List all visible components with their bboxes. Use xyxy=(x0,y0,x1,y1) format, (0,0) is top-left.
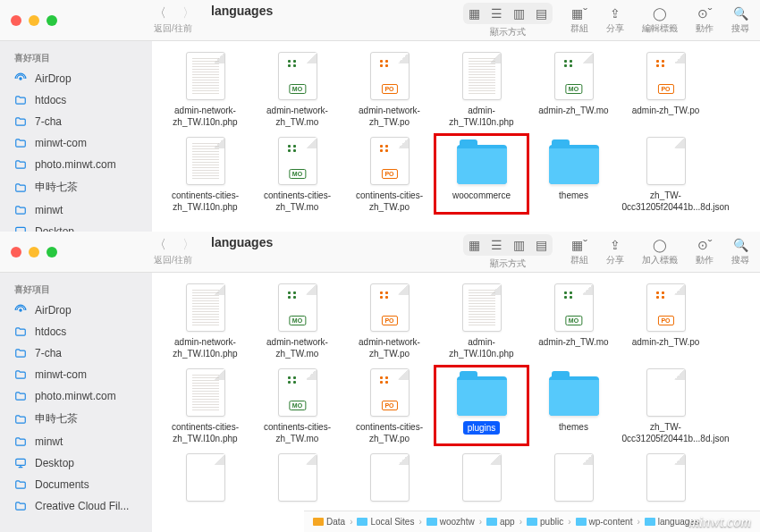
file-item[interactable]: MO admin-network-zh_TW.mo xyxy=(251,50,343,128)
file-item[interactable]: themes xyxy=(528,367,620,444)
tags-icon[interactable]: ◯ xyxy=(653,238,667,252)
folder-icon xyxy=(14,325,28,338)
actions-icon[interactable]: ⊙ˇ xyxy=(697,238,713,252)
search-icon[interactable]: 🔍 xyxy=(733,6,748,21)
sidebar-item-airdrop[interactable]: AirDrop xyxy=(5,68,147,89)
actions-icon[interactable]: ⊙ˇ xyxy=(697,6,713,21)
sidebar-item-label: 7-cha xyxy=(35,347,62,359)
share-label: 分享 xyxy=(606,254,624,266)
zoom-button[interactable] xyxy=(46,15,57,26)
back-button[interactable]: 〈 xyxy=(154,237,166,253)
file-item[interactable]: PO admin-zh_TW.po xyxy=(620,282,712,359)
file-label: admin-network-zh_TW.l10n.php xyxy=(162,336,249,359)
file-icon: PO xyxy=(370,283,410,332)
sidebar-item-desktop[interactable]: Desktop xyxy=(5,452,147,474)
file-item[interactable]: MO admin-zh_TW.mo xyxy=(528,282,620,359)
file-item[interactable] xyxy=(343,452,435,506)
view-switcher[interactable]: ▦ ☰ ▥ ▤ xyxy=(463,234,553,256)
file-item[interactable]: admin-network-zh_TW.l10n.php xyxy=(159,282,251,359)
file-item[interactable]: PO admin-zh_TW.po xyxy=(620,50,712,128)
path-segment[interactable]: public xyxy=(527,517,563,527)
path-segment[interactable]: woozhtw xyxy=(426,517,475,527)
path-segment[interactable]: Local Sites xyxy=(357,517,414,527)
file-item[interactable]: woocommerce xyxy=(435,135,528,213)
file-item[interactable]: zh_TW-0cc31205f20441b...8d.json xyxy=(620,367,712,444)
folder-icon xyxy=(357,518,367,526)
sidebar-item--[interactable]: 申時七茶 xyxy=(5,407,147,431)
folder-icon xyxy=(14,500,28,512)
sidebar-item-label: Desktop xyxy=(35,457,74,469)
sidebar-item-minwt-com[interactable]: minwt-com xyxy=(5,364,147,385)
file-item[interactable] xyxy=(159,452,251,506)
folder-icon xyxy=(486,518,497,526)
sidebar-item-photo-minwt-com[interactable]: photo.minwt.com xyxy=(5,385,147,407)
sidebar-item--[interactable]: 申時七茶 xyxy=(5,175,147,199)
file-item[interactable]: MO continents-cities-zh_TW.mo xyxy=(251,135,343,213)
file-item[interactable]: zh_TW-0cc31205f20441b...8d.json xyxy=(620,135,712,213)
sidebar-item-photo-minwt-com[interactable]: photo.minwt.com xyxy=(5,154,147,175)
sidebar-item-minwt[interactable]: minwt xyxy=(5,431,147,452)
sidebar-item-7-cha[interactable]: 7-cha xyxy=(5,111,147,132)
share-icon[interactable]: ⇪ xyxy=(610,238,621,252)
file-item[interactable] xyxy=(620,452,712,506)
file-item[interactable]: admin-zh_TW.l10n.php xyxy=(435,50,528,128)
icon-view-icon[interactable]: ▦ xyxy=(469,238,480,252)
file-item[interactable]: PO continents-cities-zh_TW.po xyxy=(343,135,435,213)
file-item[interactable]: continents-cities-zh_TW.l10n.php xyxy=(159,135,251,213)
file-item[interactable]: continents-cities-zh_TW.l10n.php xyxy=(159,367,251,444)
icon-view-icon[interactable]: ▦ xyxy=(469,6,480,21)
list-view-icon[interactable]: ☰ xyxy=(491,6,502,21)
file-item[interactable] xyxy=(528,452,620,506)
minimize-button[interactable] xyxy=(29,247,39,258)
sidebar: 喜好項目 AirDrop htdocs 7-cha minwt-com phot… xyxy=(0,41,152,232)
sidebar-item-7-cha[interactable]: 7-cha xyxy=(5,342,147,364)
gallery-view-icon[interactable]: ▤ xyxy=(536,6,547,21)
file-grid[interactable]: admin-network-zh_TW.l10n.php MO admin-ne… xyxy=(152,41,760,232)
file-item[interactable]: plugins xyxy=(435,367,528,444)
tags-icon[interactable]: ◯ xyxy=(653,6,667,21)
file-item[interactable]: MO admin-zh_TW.mo xyxy=(528,50,620,128)
file-icon xyxy=(186,283,225,332)
sidebar-item-htdocs[interactable]: htdocs xyxy=(5,321,147,342)
file-item[interactable]: admin-network-zh_TW.l10n.php xyxy=(159,50,251,128)
file-label: continents-cities-zh_TW.po xyxy=(346,190,434,213)
file-item[interactable]: MO admin-network-zh_TW.mo xyxy=(251,282,343,359)
file-item[interactable]: PO continents-cities-zh_TW.po xyxy=(343,367,435,444)
group-icon[interactable]: ▦ˇ xyxy=(571,6,587,21)
view-switcher[interactable]: ▦ ☰ ▥ ▤ xyxy=(463,3,553,24)
group-icon[interactable]: ▦ˇ xyxy=(571,238,587,252)
share-icon[interactable]: ⇪ xyxy=(610,6,621,21)
path-segment[interactable]: wp-content xyxy=(576,517,633,527)
file-item[interactable]: MO continents-cities-zh_TW.mo xyxy=(251,367,343,444)
column-view-icon[interactable]: ▥ xyxy=(513,238,525,252)
file-grid[interactable]: admin-network-zh_TW.l10n.php MO admin-ne… xyxy=(152,273,760,532)
path-segment[interactable]: Data xyxy=(313,517,345,527)
back-button[interactable]: 〈 xyxy=(154,5,166,21)
search-icon[interactable]: 🔍 xyxy=(733,238,748,252)
forward-button[interactable]: 〉 xyxy=(182,237,195,253)
gallery-view-icon[interactable]: ▤ xyxy=(536,238,547,252)
sidebar-item-htdocs[interactable]: htdocs xyxy=(5,89,147,111)
close-button[interactable] xyxy=(11,15,21,26)
file-item[interactable]: PO admin-network-zh_TW.po xyxy=(343,50,435,128)
file-item[interactable] xyxy=(435,452,528,506)
close-button[interactable] xyxy=(11,247,21,258)
file-item[interactable]: themes xyxy=(528,135,620,213)
sidebar-item-minwt-com[interactable]: minwt-com xyxy=(5,132,147,154)
sidebar-item-creative-cloud-fil-[interactable]: Creative Cloud Fil... xyxy=(5,495,147,517)
zoom-button[interactable] xyxy=(46,247,57,258)
sidebar-item-desktop[interactable]: Desktop xyxy=(5,221,147,232)
list-view-icon[interactable]: ☰ xyxy=(491,238,502,252)
minimize-button[interactable] xyxy=(29,15,39,26)
file-item[interactable]: PO admin-network-zh_TW.po xyxy=(343,282,435,359)
column-view-icon[interactable]: ▥ xyxy=(513,6,525,21)
file-item[interactable] xyxy=(251,452,343,506)
sidebar-item-documents[interactable]: Documents xyxy=(5,474,147,495)
sidebar-item-minwt[interactable]: minwt xyxy=(5,199,147,221)
file-icon xyxy=(186,368,225,417)
forward-button[interactable]: 〉 xyxy=(182,5,195,21)
file-item[interactable]: admin-zh_TW.l10n.php xyxy=(435,282,528,359)
folder-icon xyxy=(576,518,587,526)
sidebar-item-airdrop[interactable]: AirDrop xyxy=(5,300,147,321)
path-segment[interactable]: app xyxy=(486,517,515,527)
